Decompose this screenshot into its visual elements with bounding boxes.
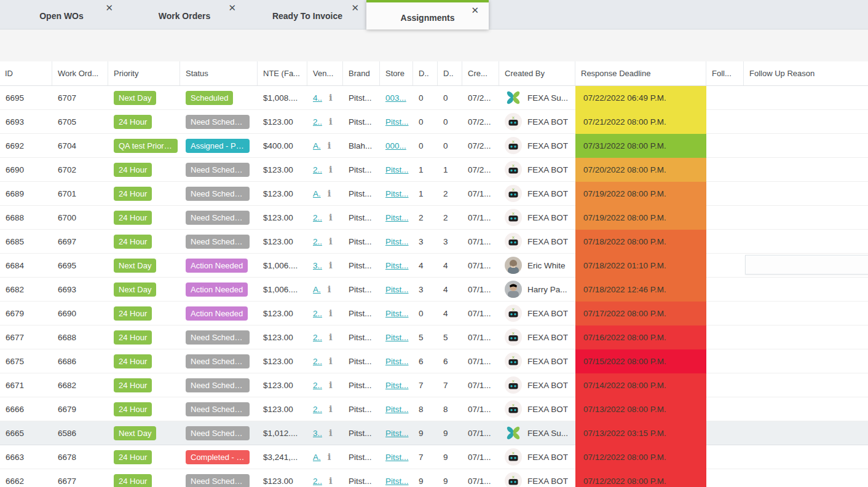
table-row[interactable]: 6663 6678 24 Hour Completed - P... $3,24… <box>0 445 868 469</box>
close-icon[interactable]: ✕ <box>228 2 236 14</box>
info-icon[interactable]: i <box>328 188 331 199</box>
vendor-link[interactable]: 2.. <box>313 381 322 390</box>
info-icon[interactable]: i <box>329 212 333 223</box>
vendor-link[interactable]: 2.. <box>313 477 322 486</box>
tab-ready-to-invoice[interactable]: Ready To Invoice ✕ <box>246 0 369 29</box>
vendor-link[interactable]: A. <box>313 141 321 150</box>
cell-d1: 0 <box>413 302 438 325</box>
store-link[interactable]: Pitst... <box>385 285 409 294</box>
info-icon[interactable]: i <box>329 356 333 367</box>
store-link[interactable]: 000... <box>385 141 406 150</box>
info-icon[interactable]: i <box>328 451 331 462</box>
table-row[interactable]: 6675 6686 24 Hour Need Schedul... $123.0… <box>0 349 868 373</box>
table-row[interactable]: 6690 6702 24 Hour Need Schedul... $123.0… <box>0 158 868 182</box>
cell-work-order: 6682 <box>52 373 108 397</box>
info-icon[interactable]: i <box>329 116 333 127</box>
info-icon[interactable]: i <box>328 284 331 295</box>
table-row[interactable]: 6693 6705 24 Hour Need Schedul... $123.0… <box>0 110 868 134</box>
col-id[interactable]: ID <box>0 61 52 85</box>
store-link[interactable]: Pitst... <box>385 309 409 318</box>
cell-follow-up-reason <box>744 278 868 302</box>
col-vendor[interactable]: Ven... <box>307 61 343 85</box>
store-link[interactable]: Pitst... <box>385 429 409 438</box>
store-link[interactable]: Pitst... <box>385 357 409 366</box>
col-store[interactable]: Store <box>380 61 413 85</box>
store-link[interactable]: Pitst... <box>385 165 409 174</box>
vendor-link[interactable]: 2.. <box>313 357 322 366</box>
vendor-link[interactable]: 4.. <box>313 93 322 103</box>
table-row[interactable]: 6666 6679 24 Hour Need Schedul... $123.0… <box>0 397 868 421</box>
table-row[interactable]: 6684 6695 Next Day Action Needed $1,006.… <box>0 254 868 278</box>
col-work-order[interactable]: Work Ord... <box>52 61 108 85</box>
col-d1[interactable]: D.. <box>413 61 438 85</box>
info-icon[interactable]: i <box>329 92 333 103</box>
vendor-link[interactable]: 3.. <box>313 429 322 438</box>
table-row[interactable]: 6692 6704 QA test Priorit... Assigned - … <box>0 134 868 158</box>
tab-open-wos[interactable]: Open WOs ✕ <box>0 0 123 29</box>
cell-nte: $123.00 <box>258 325 307 349</box>
cell-d1: 2 <box>413 206 438 230</box>
store-link[interactable]: Pitst... <box>385 261 409 270</box>
info-icon[interactable]: i <box>329 380 333 391</box>
col-brand[interactable]: Brand <box>343 61 380 85</box>
store-link[interactable]: 003... <box>385 93 406 103</box>
cell-d1: 9 <box>413 421 438 445</box>
col-follow-up[interactable]: Foll... <box>706 61 744 85</box>
info-icon[interactable]: i <box>329 236 333 247</box>
col-nte[interactable]: NTE (Fa... <box>258 61 307 85</box>
close-icon[interactable]: ✕ <box>351 2 359 14</box>
cell-follow-up <box>706 86 744 110</box>
store-link[interactable]: Pitst... <box>385 405 409 414</box>
vendor-link[interactable]: 2.. <box>313 237 322 246</box>
tab-assignments[interactable]: Assignments ✕ <box>366 0 489 29</box>
vendor-link[interactable]: A. <box>313 453 321 462</box>
vendor-link[interactable]: 2.. <box>313 165 322 174</box>
store-link[interactable]: Pitst... <box>385 381 409 390</box>
store-link[interactable]: Pitst... <box>385 213 409 222</box>
vendor-link[interactable]: A. <box>313 189 321 198</box>
info-icon[interactable]: i <box>329 403 333 415</box>
vendor-link[interactable]: A. <box>313 285 321 294</box>
tab-work-orders[interactable]: Work Orders ✕ <box>123 0 246 29</box>
info-icon[interactable]: i <box>329 260 333 271</box>
vendor-link[interactable]: 2.. <box>313 405 322 414</box>
vendor-link[interactable]: 3.. <box>313 261 322 270</box>
col-priority[interactable]: Priority <box>108 61 180 85</box>
follow-up-reason-input[interactable] <box>745 255 868 275</box>
table-row[interactable]: 6685 6697 24 Hour Need Schedul... $123.0… <box>0 230 868 254</box>
info-icon[interactable]: i <box>329 427 333 438</box>
vendor-link[interactable]: 2.. <box>313 213 322 222</box>
info-icon[interactable]: i <box>329 164 333 175</box>
priority-badge: 24 Hour <box>114 306 152 321</box>
close-icon[interactable]: ✕ <box>105 2 113 14</box>
table-row[interactable]: 6679 6690 24 Hour Action Needed $123.00 … <box>0 302 868 325</box>
info-icon[interactable]: i <box>328 140 331 151</box>
col-d2[interactable]: D.. <box>438 61 462 85</box>
table-row[interactable]: 6689 6701 24 Hour Need Schedul... $123.0… <box>0 182 868 206</box>
table-row[interactable]: 6671 6682 24 Hour Need Schedul... $123.0… <box>0 373 868 397</box>
table-row[interactable]: 6662 6677 24 Hour Need Schedul... $123.0… <box>0 469 868 487</box>
info-icon[interactable]: i <box>329 475 333 486</box>
info-icon[interactable]: i <box>329 332 333 343</box>
store-link[interactable]: Pitst... <box>385 477 409 486</box>
table-row[interactable]: 6682 6693 Next Day Action Needed $1,006.… <box>0 278 868 302</box>
store-link[interactable]: Pitst... <box>385 237 409 246</box>
store-link[interactable]: Pitst... <box>385 189 409 198</box>
table-row[interactable]: 6677 6688 24 Hour Need Schedul... $123.0… <box>0 325 868 349</box>
col-created-by[interactable]: Created By <box>499 61 575 85</box>
vendor-link[interactable]: 2.. <box>313 309 322 318</box>
col-created[interactable]: Cre... <box>462 61 499 85</box>
vendor-link[interactable]: 2.. <box>313 333 322 342</box>
table-row[interactable]: 6695 6707 Next Day Scheduled $1,008.... … <box>0 86 868 110</box>
col-follow-up-reason[interactable]: Follow Up Reason <box>744 61 868 85</box>
info-icon[interactable]: i <box>329 308 333 319</box>
close-icon[interactable]: ✕ <box>471 5 479 16</box>
table-row[interactable]: 6688 6700 24 Hour Need Schedul... $123.0… <box>0 206 868 230</box>
store-link[interactable]: Pitst... <box>385 453 409 462</box>
store-link[interactable]: Pitst... <box>385 117 409 127</box>
col-status[interactable]: Status <box>180 61 258 85</box>
store-link[interactable]: Pitst... <box>385 333 409 342</box>
table-row[interactable]: 6665 6586 Next Day Need Schedul... $1,01… <box>0 421 868 445</box>
col-response-deadline[interactable]: Response Deadline <box>575 61 706 85</box>
vendor-link[interactable]: 2.. <box>313 117 322 127</box>
